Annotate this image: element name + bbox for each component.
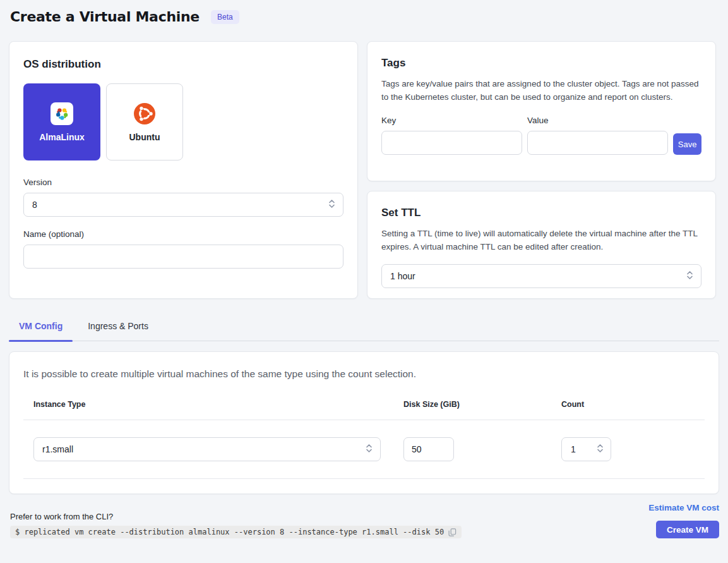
ttl-select[interactable]: 1 hour bbox=[381, 264, 701, 288]
instance-type-select[interactable]: r1.small bbox=[33, 437, 381, 461]
tab-ingress-ports[interactable]: Ingress & Ports bbox=[78, 316, 158, 341]
tag-value-label: Value bbox=[527, 116, 668, 125]
tab-bar: VM Config Ingress & Ports bbox=[9, 316, 719, 341]
chevron-updown-icon bbox=[328, 199, 335, 211]
chevron-updown-icon bbox=[686, 270, 693, 282]
os-tile-label-ubuntu: Ubuntu bbox=[129, 132, 160, 142]
tags-card: Tags Tags are key/value pairs that are a… bbox=[367, 41, 716, 181]
disk-size-input[interactable] bbox=[403, 437, 454, 461]
tab-vm-config[interactable]: VM Config bbox=[9, 316, 73, 341]
tags-description: Tags are key/value pairs that are assign… bbox=[381, 78, 701, 104]
chevron-updown-icon bbox=[597, 444, 604, 456]
column-header-instance-type: Instance Type bbox=[23, 389, 393, 420]
chevron-updown-icon bbox=[366, 444, 373, 456]
tag-key-label: Key bbox=[381, 116, 522, 125]
instance-type-value: r1.small bbox=[42, 444, 73, 454]
table-row: r1.small 1 bbox=[23, 420, 705, 479]
cli-prompt-text: Prefer to work from the CLI? bbox=[10, 512, 462, 521]
ubuntu-icon bbox=[133, 102, 156, 125]
os-tile-almalinux[interactable]: AlmaLinux bbox=[23, 83, 100, 160]
vm-config-intro: It is possible to create multiple virtua… bbox=[23, 368, 705, 380]
tag-key-input[interactable] bbox=[381, 131, 522, 155]
page-footer: Prefer to work from the CLI? $ replicate… bbox=[10, 503, 719, 554]
count-stepper[interactable]: 1 bbox=[561, 437, 611, 461]
ttl-select-value: 1 hour bbox=[390, 271, 415, 281]
os-tile-ubuntu[interactable]: Ubuntu bbox=[106, 83, 183, 160]
almalinux-icon bbox=[51, 102, 73, 125]
os-tiles: AlmaLinux bbox=[23, 83, 343, 160]
estimate-vm-cost-link[interactable]: Estimate VM cost bbox=[648, 503, 719, 512]
create-vm-button[interactable]: Create VM bbox=[656, 521, 719, 538]
ttl-description: Setting a TTL (time to live) will automa… bbox=[381, 227, 701, 253]
tag-value-input[interactable] bbox=[527, 131, 668, 155]
name-label: Name (optional) bbox=[23, 229, 343, 239]
ttl-heading: Set TTL bbox=[381, 207, 701, 219]
name-input[interactable] bbox=[23, 245, 343, 269]
os-distribution-card: OS distribution bbox=[9, 41, 358, 299]
count-value: 1 bbox=[571, 444, 576, 454]
tags-heading: Tags bbox=[381, 57, 701, 70]
cli-command-block: $ replicated vm create --distribution al… bbox=[10, 526, 462, 538]
vm-config-card: It is possible to create multiple virtua… bbox=[9, 351, 719, 494]
ttl-card: Set TTL Setting a TTL (time to live) wil… bbox=[367, 191, 716, 299]
version-select-value: 8 bbox=[32, 200, 37, 210]
os-tile-label-almalinux: AlmaLinux bbox=[39, 132, 85, 142]
os-distribution-heading: OS distribution bbox=[23, 58, 343, 71]
tags-kv-row: Key Value Save bbox=[381, 116, 701, 155]
save-tag-button[interactable]: Save bbox=[673, 133, 701, 155]
column-header-count: Count bbox=[551, 389, 705, 420]
copy-icon[interactable] bbox=[448, 528, 456, 536]
cli-command-text: $ replicated vm create --distribution al… bbox=[15, 528, 444, 536]
top-grid: OS distribution bbox=[9, 41, 719, 299]
version-label: Version bbox=[23, 178, 343, 187]
beta-badge: Beta bbox=[211, 10, 239, 24]
page-title: Create a Virtual Machine bbox=[10, 9, 200, 25]
vm-config-table: Instance Type Disk Size (GiB) Count r1.s… bbox=[23, 389, 705, 479]
column-header-disk-size: Disk Size (GiB) bbox=[393, 389, 551, 420]
version-select[interactable]: 8 bbox=[23, 193, 343, 217]
page-header: Create a Virtual Machine Beta bbox=[0, 0, 728, 25]
